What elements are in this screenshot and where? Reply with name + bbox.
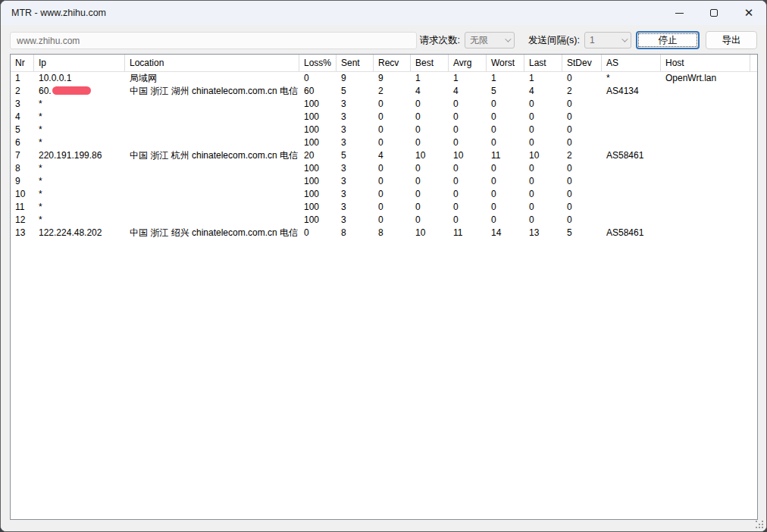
cell-worst: 0	[487, 188, 524, 201]
cell-host	[661, 227, 750, 239]
status-bar	[1, 520, 766, 531]
table-row[interactable]: 9*1003000000	[11, 175, 757, 188]
cell-recv: 0	[374, 111, 411, 124]
table-row[interactable]: 4*1003000000	[11, 111, 757, 124]
request-count-select[interactable]: 无限	[465, 32, 515, 49]
cell-avrg: 0	[449, 214, 487, 227]
cell-best: 0	[411, 111, 449, 124]
column-header-recv[interactable]: Recv	[374, 55, 411, 71]
cell-recv: 0	[374, 201, 411, 214]
cell-recv: 0	[374, 124, 411, 136]
table-row[interactable]: 6*1003000000	[11, 136, 757, 149]
cell-host	[661, 175, 750, 188]
column-header-sent[interactable]: Sent	[337, 55, 374, 71]
cell-nr: 1	[11, 72, 34, 85]
cell-last: 10	[524, 149, 562, 162]
cell-nr: 7	[11, 149, 34, 162]
cell-nr: 9	[11, 175, 34, 188]
cell-as	[602, 124, 661, 136]
cell-location	[125, 188, 299, 201]
cell-recv: 0	[374, 136, 411, 149]
column-header-ip[interactable]: Ip	[34, 55, 125, 71]
cell-avrg: 0	[449, 162, 487, 175]
cell-best: 0	[411, 188, 449, 201]
cell-worst: 1	[487, 72, 524, 85]
cell-recv: 4	[374, 149, 411, 162]
cell-sent: 3	[337, 214, 374, 227]
column-header-best[interactable]: Best	[411, 55, 449, 71]
cell-as	[602, 188, 661, 201]
column-header-stdev[interactable]: StDev	[562, 55, 602, 71]
minimize-button[interactable]	[662, 1, 697, 25]
host-input[interactable]	[10, 32, 417, 49]
cell-last: 0	[524, 162, 562, 175]
cell-avrg: 0	[449, 98, 487, 111]
cell-sent: 8	[337, 227, 374, 239]
cell-as	[602, 214, 661, 227]
resize-grip-icon[interactable]	[756, 521, 764, 529]
cell-location	[125, 111, 299, 124]
column-header-location[interactable]: Location	[125, 55, 299, 71]
cell-host	[661, 162, 750, 175]
export-button[interactable]: 导出	[706, 31, 757, 49]
close-button[interactable]: ✕	[731, 1, 766, 25]
table-row[interactable]: 110.0.0.1局域网09911110*OpenWrt.lan	[11, 72, 757, 85]
cell-worst: 14	[487, 227, 524, 239]
cell-last: 4	[524, 85, 562, 98]
cell-worst: 0	[487, 111, 524, 124]
cell-loss: 100	[299, 162, 337, 175]
table-row[interactable]: 12*1003000000	[11, 214, 757, 227]
table-row[interactable]: 5*1003000000	[11, 124, 757, 136]
column-header-host[interactable]: Host	[661, 55, 750, 71]
cell-best: 0	[411, 201, 449, 214]
table-row[interactable]: 13122.224.48.202中国 浙江 绍兴 chinatelecom.co…	[11, 227, 757, 239]
cell-worst: 5	[487, 85, 524, 98]
cell-worst: 11	[487, 149, 524, 162]
table-row[interactable]: 10*1003000000	[11, 188, 757, 201]
column-header-worst[interactable]: Worst	[487, 55, 524, 71]
cell-avrg: 4	[449, 85, 487, 98]
table-row[interactable]: 260.中国 浙江 湖州 chinatelecom.com.cn 电信60524…	[11, 85, 757, 98]
cell-worst: 0	[487, 98, 524, 111]
column-header-avrg[interactable]: Avrg	[449, 55, 487, 71]
cell-sent: 3	[337, 188, 374, 201]
cell-location	[125, 214, 299, 227]
cell-best: 10	[411, 149, 449, 162]
request-count-label: 请求次数:	[419, 34, 459, 47]
stop-button[interactable]: 停止	[636, 31, 700, 49]
column-header-filler	[750, 55, 757, 71]
send-interval-select[interactable]: 1	[584, 32, 631, 49]
cell-sent: 9	[337, 72, 374, 85]
cell-loss: 100	[299, 136, 337, 149]
table-row[interactable]: 8*1003000000	[11, 162, 757, 175]
table-body: 110.0.0.1局域网09911110*OpenWrt.lan260.中国 浙…	[11, 72, 757, 239]
cell-nr: 8	[11, 162, 34, 175]
cell-as: AS58461	[602, 149, 661, 162]
column-header-nr[interactable]: Nr	[11, 55, 34, 71]
maximize-button[interactable]	[697, 1, 731, 25]
cell-best: 10	[411, 227, 449, 239]
window-title: MTR - www.zhihu.com	[11, 8, 106, 18]
cell-worst: 0	[487, 214, 524, 227]
cell-location: 局域网	[125, 72, 299, 85]
cell-avrg: 11	[449, 227, 487, 239]
cell-avrg: 0	[449, 188, 487, 201]
cell-avrg: 0	[449, 111, 487, 124]
cell-last: 0	[524, 111, 562, 124]
table-row[interactable]: 7220.191.199.86中国 浙江 杭州 chinatelecom.com…	[11, 149, 757, 162]
cell-ip: *	[34, 214, 125, 227]
cell-worst: 0	[487, 136, 524, 149]
cell-location: 中国 浙江 绍兴 chinatelecom.com.cn 电信	[125, 227, 299, 239]
column-header-loss[interactable]: Loss%	[299, 55, 337, 71]
table-row[interactable]: 3*1003000000	[11, 98, 757, 111]
cell-as	[602, 111, 661, 124]
cell-ip: *	[34, 162, 125, 175]
cell-stdev: 0	[562, 201, 602, 214]
cell-host	[661, 188, 750, 201]
column-header-as[interactable]: AS	[602, 55, 661, 71]
cell-host	[661, 149, 750, 162]
cell-sent: 5	[337, 149, 374, 162]
cell-ip: *	[34, 201, 125, 214]
column-header-last[interactable]: Last	[524, 55, 562, 71]
table-row[interactable]: 11*1003000000	[11, 201, 757, 214]
